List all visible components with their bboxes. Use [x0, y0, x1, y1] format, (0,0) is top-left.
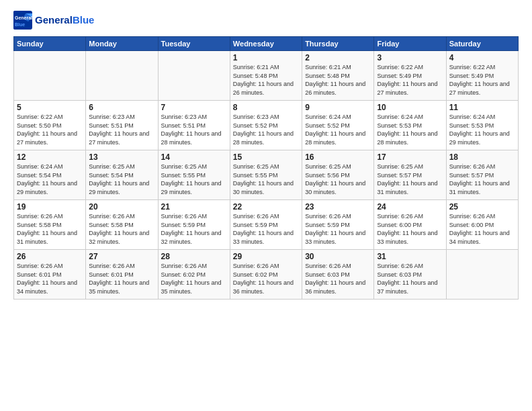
day-number: 8: [233, 103, 299, 112]
day-number: 1: [233, 53, 299, 62]
svg-text:Blue: Blue: [15, 22, 25, 27]
day-info: Sunrise: 6:26 AM Sunset: 6:00 PM Dayligh…: [377, 212, 443, 246]
day-number: 4: [449, 53, 515, 62]
weekday-header: Thursday: [302, 37, 374, 51]
calendar-cell: 10Sunrise: 6:24 AM Sunset: 5:53 PM Dayli…: [374, 101, 446, 150]
day-number: 25: [449, 202, 515, 212]
day-number: 28: [161, 252, 227, 261]
day-number: 16: [305, 152, 371, 162]
day-number: 13: [89, 152, 154, 162]
day-number: 22: [233, 202, 299, 212]
calendar-cell: 20Sunrise: 6:26 AM Sunset: 5:58 PM Dayli…: [86, 200, 158, 250]
svg-text:General: General: [15, 15, 32, 20]
day-info: Sunrise: 6:26 AM Sunset: 5:58 PM Dayligh…: [89, 212, 154, 246]
day-info: Sunrise: 6:26 AM Sunset: 5:59 PM Dayligh…: [233, 212, 299, 246]
calendar-week-row: 19Sunrise: 6:26 AM Sunset: 5:58 PM Dayli…: [14, 200, 519, 250]
calendar-cell: 2Sunrise: 6:21 AM Sunset: 5:48 PM Daylig…: [302, 51, 374, 101]
day-number: 21: [161, 202, 227, 212]
day-info: Sunrise: 6:26 AM Sunset: 6:00 PM Dayligh…: [449, 212, 515, 246]
day-number: 3: [377, 53, 443, 62]
calendar-table: SundayMondayTuesdayWednesdayThursdayFrid…: [13, 36, 519, 300]
calendar-week-row: 5Sunrise: 6:22 AM Sunset: 5:50 PM Daylig…: [14, 101, 519, 150]
day-info: Sunrise: 6:25 AM Sunset: 5:55 PM Dayligh…: [161, 163, 227, 196]
calendar-cell: 22Sunrise: 6:26 AM Sunset: 5:59 PM Dayli…: [230, 200, 302, 250]
logo-text: GeneralBlue: [35, 15, 94, 26]
logo: General Blue GeneralBlue: [13, 11, 94, 30]
day-number: 23: [305, 202, 371, 212]
calendar-cell: 15Sunrise: 6:25 AM Sunset: 5:55 PM Dayli…: [230, 150, 302, 200]
day-number: 5: [17, 103, 83, 112]
calendar-cell: 6Sunrise: 6:23 AM Sunset: 5:51 PM Daylig…: [86, 101, 158, 150]
calendar-cell: 21Sunrise: 6:26 AM Sunset: 5:59 PM Dayli…: [158, 200, 230, 250]
day-info: Sunrise: 6:25 AM Sunset: 5:56 PM Dayligh…: [305, 163, 371, 196]
header-row: SundayMondayTuesdayWednesdayThursdayFrid…: [14, 37, 519, 51]
day-info: Sunrise: 6:26 AM Sunset: 5:58 PM Dayligh…: [17, 212, 83, 246]
calendar-week-row: 26Sunrise: 6:26 AM Sunset: 6:01 PM Dayli…: [14, 250, 519, 300]
calendar-cell: 12Sunrise: 6:24 AM Sunset: 5:54 PM Dayli…: [14, 150, 86, 200]
day-info: Sunrise: 6:26 AM Sunset: 6:01 PM Dayligh…: [17, 262, 83, 295]
day-number: 9: [305, 103, 371, 112]
day-number: 24: [377, 202, 443, 212]
calendar-week-row: 1Sunrise: 6:21 AM Sunset: 5:48 PM Daylig…: [14, 51, 519, 101]
day-info: Sunrise: 6:23 AM Sunset: 5:51 PM Dayligh…: [161, 113, 227, 146]
calendar-cell: [158, 51, 230, 101]
day-info: Sunrise: 6:21 AM Sunset: 5:48 PM Dayligh…: [305, 63, 371, 97]
weekday-header: Sunday: [14, 37, 86, 51]
day-number: 30: [305, 252, 371, 261]
calendar-cell: 26Sunrise: 6:26 AM Sunset: 6:01 PM Dayli…: [14, 250, 86, 300]
calendar-cell: 13Sunrise: 6:25 AM Sunset: 5:54 PM Dayli…: [86, 150, 158, 200]
calendar-cell: 24Sunrise: 6:26 AM Sunset: 6:00 PM Dayli…: [374, 200, 446, 250]
day-info: Sunrise: 6:22 AM Sunset: 5:49 PM Dayligh…: [377, 63, 443, 97]
day-info: Sunrise: 6:26 AM Sunset: 6:03 PM Dayligh…: [305, 262, 371, 295]
calendar-cell: 31Sunrise: 6:26 AM Sunset: 6:03 PM Dayli…: [374, 250, 446, 300]
calendar-cell: 8Sunrise: 6:23 AM Sunset: 5:52 PM Daylig…: [230, 101, 302, 150]
weekday-header: Wednesday: [230, 37, 302, 51]
calendar-cell: 4Sunrise: 6:22 AM Sunset: 5:49 PM Daylig…: [446, 51, 518, 101]
day-info: Sunrise: 6:26 AM Sunset: 6:01 PM Dayligh…: [89, 262, 154, 295]
day-info: Sunrise: 6:23 AM Sunset: 5:51 PM Dayligh…: [89, 113, 154, 146]
calendar-cell: 27Sunrise: 6:26 AM Sunset: 6:01 PM Dayli…: [86, 250, 158, 300]
calendar-cell: 25Sunrise: 6:26 AM Sunset: 6:00 PM Dayli…: [446, 200, 518, 250]
weekday-header: Tuesday: [158, 37, 230, 51]
day-info: Sunrise: 6:26 AM Sunset: 6:02 PM Dayligh…: [233, 262, 299, 295]
day-info: Sunrise: 6:25 AM Sunset: 5:54 PM Dayligh…: [89, 163, 154, 196]
day-number: 7: [161, 103, 227, 112]
day-info: Sunrise: 6:22 AM Sunset: 5:49 PM Dayligh…: [449, 63, 515, 97]
calendar-cell: 29Sunrise: 6:26 AM Sunset: 6:02 PM Dayli…: [230, 250, 302, 300]
day-info: Sunrise: 6:26 AM Sunset: 5:59 PM Dayligh…: [161, 212, 227, 246]
calendar-cell: 1Sunrise: 6:21 AM Sunset: 5:48 PM Daylig…: [230, 51, 302, 101]
day-number: 11: [449, 103, 515, 112]
day-info: Sunrise: 6:26 AM Sunset: 5:57 PM Dayligh…: [449, 163, 515, 196]
day-info: Sunrise: 6:24 AM Sunset: 5:53 PM Dayligh…: [449, 113, 515, 146]
day-number: 15: [233, 152, 299, 162]
calendar-cell: [446, 250, 518, 300]
day-number: 19: [17, 202, 83, 212]
calendar-week-row: 12Sunrise: 6:24 AM Sunset: 5:54 PM Dayli…: [14, 150, 519, 200]
day-info: Sunrise: 6:26 AM Sunset: 6:03 PM Dayligh…: [377, 262, 443, 295]
day-info: Sunrise: 6:25 AM Sunset: 5:55 PM Dayligh…: [233, 163, 299, 196]
day-number: 10: [377, 103, 443, 112]
calendar-cell: [14, 51, 86, 101]
calendar-cell: 11Sunrise: 6:24 AM Sunset: 5:53 PM Dayli…: [446, 101, 518, 150]
day-number: 31: [377, 252, 443, 261]
day-info: Sunrise: 6:24 AM Sunset: 5:54 PM Dayligh…: [17, 163, 83, 196]
day-info: Sunrise: 6:26 AM Sunset: 5:59 PM Dayligh…: [305, 212, 371, 246]
calendar-cell: 7Sunrise: 6:23 AM Sunset: 5:51 PM Daylig…: [158, 101, 230, 150]
page: General Blue GeneralBlue SundayMondayTue…: [0, 0, 532, 411]
day-info: Sunrise: 6:22 AM Sunset: 5:50 PM Dayligh…: [17, 113, 83, 146]
day-number: 14: [161, 152, 227, 162]
weekday-header: Monday: [86, 37, 158, 51]
calendar-cell: 16Sunrise: 6:25 AM Sunset: 5:56 PM Dayli…: [302, 150, 374, 200]
day-number: 26: [17, 252, 83, 261]
day-number: 12: [17, 152, 83, 162]
calendar-cell: 17Sunrise: 6:25 AM Sunset: 5:57 PM Dayli…: [374, 150, 446, 200]
day-info: Sunrise: 6:23 AM Sunset: 5:52 PM Dayligh…: [233, 113, 299, 146]
day-number: 29: [233, 252, 299, 261]
header: General Blue GeneralBlue: [13, 11, 519, 30]
day-number: 6: [89, 103, 154, 112]
logo-icon: General Blue: [13, 11, 32, 30]
day-info: Sunrise: 6:24 AM Sunset: 5:53 PM Dayligh…: [377, 113, 443, 146]
calendar-cell: 18Sunrise: 6:26 AM Sunset: 5:57 PM Dayli…: [446, 150, 518, 200]
calendar-cell: 3Sunrise: 6:22 AM Sunset: 5:49 PM Daylig…: [374, 51, 446, 101]
calendar-cell: [86, 51, 158, 101]
